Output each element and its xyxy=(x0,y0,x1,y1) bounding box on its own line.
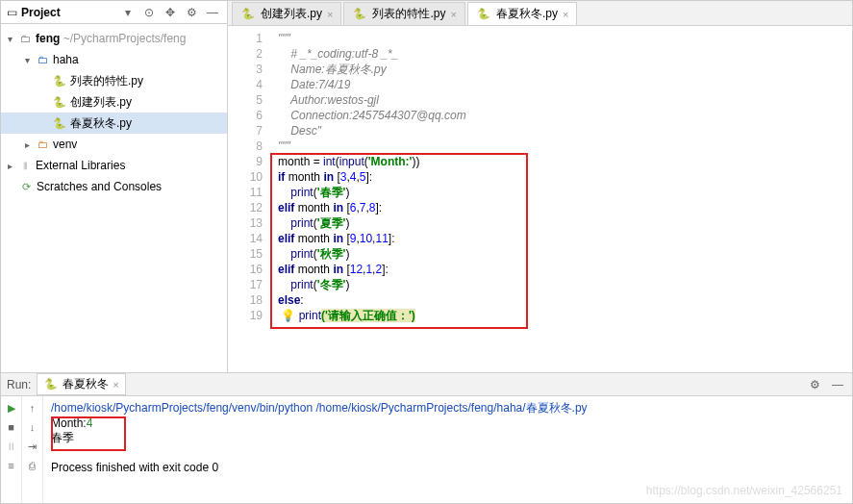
code-line[interactable]: 💡 print('请输入正确值：') xyxy=(278,308,852,323)
code-line[interactable]: month = int(input('Month:')) xyxy=(278,154,852,169)
tree-root[interactable]: ▾🗀 feng ~/PycharmProjects/feng xyxy=(1,28,227,49)
editor-tabs: 🐍创建列表.py×🐍列表的特性.py×🐍春夏秋冬.py× xyxy=(228,1,852,26)
more-button[interactable]: ≡ xyxy=(4,458,19,473)
close-icon[interactable]: × xyxy=(450,9,456,20)
code-line[interactable]: Desc" xyxy=(278,123,852,139)
stop-button[interactable]: ■ xyxy=(4,419,19,435)
code-line[interactable]: print('冬季') xyxy=(278,277,852,292)
project-title: Project xyxy=(21,6,115,19)
editor-area: 🐍创建列表.py×🐍列表的特性.py×🐍春夏秋冬.py× 12345678910… xyxy=(228,1,852,372)
code-body[interactable]: """ # _*_coding:utf-8 _*_ Name:春夏秋冬.py D… xyxy=(270,26,852,372)
console-output[interactable]: /home/kiosk/PycharmProjects/feng/venv/bi… xyxy=(43,396,852,503)
rerun-button[interactable]: ▶ xyxy=(4,400,19,416)
gear-icon[interactable]: ⚙ xyxy=(806,376,823,393)
code-editor[interactable]: 12345678910111213141516171819 """ # _*_c… xyxy=(228,26,852,372)
down-button[interactable]: ↓ xyxy=(25,419,40,435)
tree-item[interactable]: ▾🗀haha xyxy=(1,49,227,70)
code-line[interactable]: Author:westos-gjl xyxy=(278,92,852,108)
scratches-consoles[interactable]: ⟳ Scratches and Consoles xyxy=(1,176,227,197)
pause-button[interactable]: ⏸ xyxy=(4,439,19,454)
chevron-down-icon[interactable]: ▾ xyxy=(119,4,137,21)
run-toolbar-nav: ↑ ↓ ⇥ ⎙ xyxy=(22,396,43,503)
locate-icon[interactable]: ✥ xyxy=(162,4,179,21)
code-line[interactable]: elif month in [6,7,8]: xyxy=(278,200,852,215)
console-line: 春季 xyxy=(51,430,844,446)
tree-item[interactable]: 🐍创建列表.py xyxy=(1,91,227,113)
gear-icon[interactable]: ⚙ xyxy=(183,4,200,21)
gutter: 12345678910111213141516171819 xyxy=(228,26,270,372)
watermark: https://blog.csdn.net/weixin_42566251 xyxy=(646,484,842,497)
tree-item[interactable]: 🐍列表的特性.py xyxy=(1,70,227,91)
console-line: Month:4 xyxy=(51,416,844,430)
code-line[interactable]: print('秋季') xyxy=(278,246,852,262)
up-button[interactable]: ↑ xyxy=(25,400,40,416)
external-libraries[interactable]: ▸⫴ External Libraries xyxy=(1,155,227,176)
run-label: Run: xyxy=(7,378,31,391)
code-line[interactable]: Date:7/4/19 xyxy=(278,77,852,92)
code-line[interactable]: else: xyxy=(278,292,852,308)
code-line[interactable]: print('夏季') xyxy=(278,215,852,231)
run-toolbar-left: ▶ ■ ⏸ ≡ xyxy=(1,396,22,503)
tree-item[interactable]: ▸🗀venv xyxy=(1,134,227,155)
editor-tab[interactable]: 🐍春夏秋冬.py× xyxy=(467,2,577,25)
run-tab[interactable]: 🐍春夏秋冬× xyxy=(37,373,125,395)
project-tool-window: ▭ Project ▾ ⊙ ✥ ⚙ — ▾🗀 feng ~/PycharmPro… xyxy=(1,1,228,372)
project-header: ▭ Project ▾ ⊙ ✥ ⚙ — xyxy=(1,1,227,24)
code-line[interactable]: elif month in [12,1,2]: xyxy=(278,262,852,277)
user-input: 4 xyxy=(87,416,93,430)
exit-line: Process finished with exit code 0 xyxy=(51,461,844,474)
code-line[interactable]: Name:春夏秋冬.py xyxy=(278,62,852,77)
code-line[interactable]: # _*_coding:utf-8 _*_ xyxy=(278,46,852,62)
editor-tab[interactable]: 🐍列表的特性.py× xyxy=(343,2,464,25)
print-button[interactable]: ⎙ xyxy=(25,458,40,473)
code-line[interactable]: if month in [3,4,5]: xyxy=(278,169,852,185)
tree-item[interactable]: 🐍春夏秋冬.py xyxy=(1,113,227,134)
hide-icon[interactable]: — xyxy=(204,4,221,21)
close-icon[interactable]: × xyxy=(563,9,568,20)
code-line[interactable]: elif month in [9,10,11]: xyxy=(278,231,852,246)
wrap-button[interactable]: ⇥ xyxy=(25,439,40,454)
project-tree: ▾🗀 feng ~/PycharmProjects/feng ▾🗀haha🐍列表… xyxy=(1,24,227,372)
code-line[interactable]: """ xyxy=(278,139,852,154)
project-icon: ▭ xyxy=(7,6,17,19)
collapse-icon[interactable]: ⊙ xyxy=(140,4,158,21)
run-header: Run: 🐍春夏秋冬× ⚙ — xyxy=(1,373,852,396)
close-icon[interactable]: × xyxy=(327,9,333,20)
editor-tab[interactable]: 🐍创建列表.py× xyxy=(232,2,341,25)
run-command: /home/kiosk/PycharmProjects/feng/venv/bi… xyxy=(51,400,844,416)
code-line[interactable]: Connection:2457544307@qq.com xyxy=(278,108,852,123)
hide-icon[interactable]: — xyxy=(829,376,846,393)
code-line[interactable]: """ xyxy=(278,31,852,46)
code-line[interactable]: print('春季') xyxy=(278,185,852,200)
close-icon[interactable]: × xyxy=(113,379,118,391)
run-tool-window: Run: 🐍春夏秋冬× ⚙ — ▶ ■ ⏸ ≡ ↑ ↓ ⇥ ⎙ /home/ki… xyxy=(1,372,852,503)
